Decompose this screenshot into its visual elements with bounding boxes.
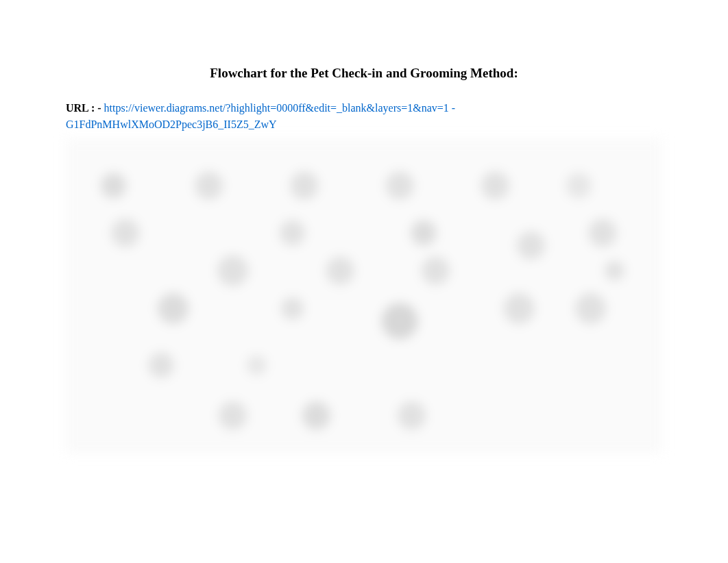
url-link[interactable]: https://viewer.diagrams.net/?highlight=0… xyxy=(66,102,455,130)
url-line: URL : - https://viewer.diagrams.net/?hig… xyxy=(66,100,662,133)
url-label: URL : - xyxy=(66,102,104,114)
page-title: Flowchart for the Pet Check-in and Groom… xyxy=(66,66,662,81)
flowchart-image-blurred xyxy=(66,138,662,453)
document-content: Flowchart for the Pet Check-in and Groom… xyxy=(0,0,728,453)
